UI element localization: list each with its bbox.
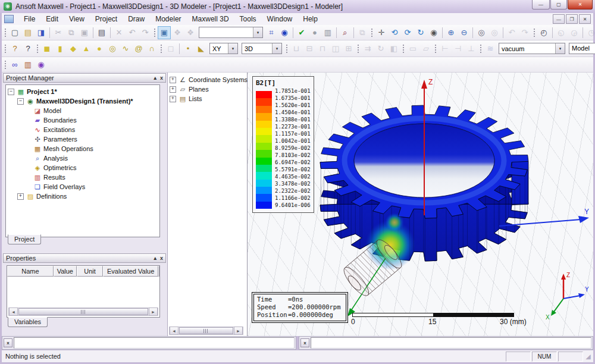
draw-region-button[interactable]: ◻ — [164, 42, 177, 55]
paste-button[interactable]: ▣ — [78, 26, 91, 39]
dropdown-arrow-icon[interactable]: ▾ — [228, 43, 237, 54]
minimize-button[interactable]: — — [532, 0, 550, 10]
dock-close-icon[interactable]: x — [300, 338, 309, 347]
tree-item-analysis[interactable]: ⌕Analysis — [6, 153, 159, 163]
menu-item-window[interactable]: Window — [262, 14, 298, 24]
align-max-button[interactable]: ⊥ — [465, 42, 478, 55]
modeler-hscrollbar[interactable]: ◄ ► — [169, 327, 243, 335]
tree-expander-icon[interactable]: − — [17, 98, 24, 105]
view-redo-button[interactable]: ↷ — [518, 26, 531, 39]
column-header-name[interactable]: Name — [7, 266, 54, 277]
rotate-model-button[interactable]: ⟳ — [401, 26, 414, 39]
tree-item-optimetrics[interactable]: ◈Optimetrics — [6, 163, 159, 172]
tree-item-model[interactable]: ◪Model — [6, 106, 159, 115]
draw-plane-button[interactable]: ◣ — [195, 42, 208, 55]
draw-torus-button[interactable]: ◎ — [106, 42, 119, 55]
scroll-left-arrow-icon[interactable]: ◄ — [170, 327, 178, 335]
child-close-button[interactable]: ✕ — [579, 14, 591, 24]
component-library-button[interactable]: ▥ — [21, 58, 35, 71]
move-button[interactable]: ▭ — [406, 42, 419, 55]
tree-item-lists[interactable]: +▤Lists — [168, 94, 247, 103]
browse-machines-button[interactable]: ⌗ — [265, 26, 278, 39]
zoom-out-button[interactable]: ⊖ — [458, 26, 471, 39]
column-header-evaluated-value[interactable]: Evaluated Value — [103, 266, 158, 277]
split-button[interactable]: ◫ — [329, 42, 342, 55]
tree-item-coordinate-systems[interactable]: +∠Coordinate Systems — [168, 75, 247, 84]
column-header-unit[interactable]: Unit — [77, 266, 104, 277]
context-help-button[interactable]: ? — [8, 42, 21, 55]
view-direction-combo[interactable]: 3D▾ — [242, 43, 282, 54]
tree-expander-icon[interactable]: + — [170, 77, 176, 83]
rotate-button[interactable]: ▱ — [419, 42, 433, 55]
tab-project[interactable]: Project — [8, 234, 41, 244]
child-minimize-button[interactable]: — — [553, 14, 565, 24]
tree-item-parameters[interactable]: ✣Parameters — [6, 134, 159, 144]
duplicate-along-line-button[interactable]: ⇉ — [361, 42, 374, 55]
message-dock-field[interactable] — [14, 337, 295, 349]
tree-item-mesh-operations[interactable]: ▦Mesh Operations — [6, 144, 159, 153]
menu-item-draw[interactable]: Draw — [123, 14, 150, 24]
duplicate-mirror-button[interactable]: ◧ — [387, 42, 400, 55]
snapshot-button[interactable]: ◉ — [35, 58, 48, 71]
panel-close-icon[interactable]: x — [160, 76, 163, 81]
submit-job-button[interactable]: ❖ — [171, 26, 184, 39]
dropdown-arrow-icon[interactable]: ▾ — [555, 43, 565, 54]
panel-collapse-icon[interactable]: ▴ — [154, 256, 156, 261]
project-manager-header[interactable]: Project Manager ▴ x — [3, 73, 166, 83]
save-button[interactable]: ◨ — [35, 26, 48, 39]
search-button[interactable]: ∞ — [8, 58, 21, 71]
unite-button[interactable]: ⊔ — [290, 42, 303, 55]
resize-grip-icon[interactable]: ◢ — [584, 352, 592, 361]
draw-polyhedron-button[interactable]: ◆ — [67, 42, 80, 55]
menu-item-maxwell-3d[interactable]: Maxwell 3D — [187, 14, 234, 24]
rotate-center-button[interactable]: ⟲ — [388, 26, 401, 39]
draw-spiral-button[interactable]: @ — [132, 42, 145, 55]
panel-collapse-icon[interactable]: ▴ — [154, 76, 156, 81]
orient-back-button[interactable]: ◶ — [568, 26, 581, 39]
menu-item-tools[interactable]: Tools — [234, 14, 262, 24]
zoom-in-button[interactable]: ⊕ — [444, 26, 458, 39]
tree-item-excitations[interactable]: ∿Excitations — [6, 125, 159, 134]
maximize-button[interactable]: ▢ — [550, 0, 567, 10]
column-header-value[interactable]: Value — [54, 266, 77, 277]
tree-item-boundaries[interactable]: ▰Boundaries — [6, 115, 159, 125]
copy-button[interactable]: ⧉ — [65, 26, 78, 39]
fit-selection-button[interactable]: ◎ — [488, 26, 501, 39]
draw-helix-button[interactable]: ∿ — [119, 42, 132, 55]
hpc-setup-combo[interactable]: ▾ — [199, 27, 263, 38]
panel-close-icon[interactable]: x — [160, 256, 163, 261]
orient-front-button[interactable]: ◵ — [555, 26, 568, 39]
align-center-button[interactable]: ⊣ — [452, 42, 465, 55]
tree-expander-icon[interactable]: + — [170, 96, 176, 102]
properties-hscrollbar[interactable]: ◄ ► — [8, 307, 158, 316]
analyze-all-button[interactable]: ● — [308, 26, 321, 39]
scrollbar-thumb[interactable] — [18, 308, 148, 315]
print-button[interactable]: ▤ — [95, 26, 108, 39]
intersect-button[interactable]: ⊓ — [316, 42, 329, 55]
whats-this-button[interactable]: ? — [21, 42, 35, 55]
scroll-right-arrow-icon[interactable]: ► — [149, 307, 158, 316]
draw-sphere-button[interactable]: ● — [93, 42, 106, 55]
child-restore-button[interactable]: ❐ — [566, 14, 578, 24]
tree-item-planes[interactable]: +▱Planes — [168, 84, 247, 94]
tree-expander-icon[interactable]: + — [170, 86, 176, 93]
local-machine-button[interactable]: ▣ — [158, 26, 171, 39]
draw-cone-button[interactable]: ▲ — [80, 42, 93, 55]
menu-item-edit[interactable]: Edit — [40, 14, 64, 24]
rotate-screen-button[interactable]: ↻ — [414, 26, 427, 39]
dropdown-arrow-icon[interactable]: ▾ — [253, 27, 262, 37]
open-button[interactable]: ▤ — [21, 26, 35, 39]
copy-image-button[interactable]: ⧉ — [356, 26, 369, 39]
tree-item-field-overlays[interactable]: ❏Field Overlays — [6, 182, 159, 192]
tree-item-definitions[interactable]: +▨Definitions — [6, 192, 159, 201]
tree-item-project-1[interactable]: −▦Project 1* — [6, 87, 159, 96]
draw-bondwire-button[interactable]: ∩ — [145, 42, 158, 55]
view-undo-button[interactable]: ↶ — [505, 26, 518, 39]
distributed-analysis-button[interactable]: ❖ — [184, 26, 197, 39]
sweep-button[interactable]: ≋ — [484, 42, 497, 55]
draw-point-button[interactable]: • — [181, 42, 195, 55]
fit-all-button[interactable]: ◎ — [475, 26, 488, 39]
title-bar[interactable]: ❋ Ansoft Maxwell - Project1 - Maxwell3DD… — [0, 0, 595, 13]
modeler-3d-viewport[interactable]: ZY B2[T] 1.7851e-0011.6735e-0011.5620e-0… — [248, 73, 593, 336]
progress-dock-field[interactable] — [311, 337, 591, 349]
